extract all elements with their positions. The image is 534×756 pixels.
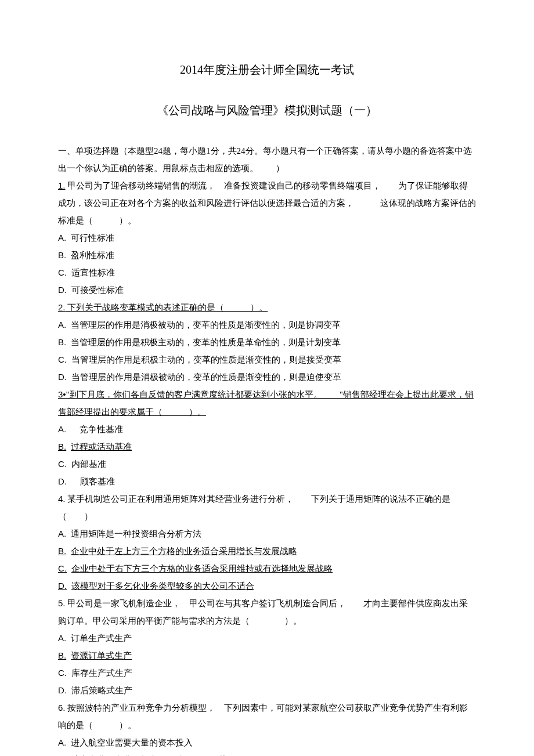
- q2-option-b: B.当管理层的作用是积极主动的，变革的性质是革命性的，则是计划变革: [58, 334, 476, 351]
- q4-option-b: B.企业中处于左上方三个方格的业务适合采用增长与发展战略: [58, 542, 476, 560]
- q2-number: 2.: [58, 302, 66, 312]
- exam-title-line2: 《公司战略与风险管理》模拟测试题（一）: [58, 99, 476, 122]
- q5-option-b: B.资源订单式生产: [58, 647, 476, 664]
- q6-option-a: A.进入航空业需要大量的资本投入: [58, 734, 476, 751]
- q2-option-d: D.当管理层的作用是消极被动的，变革的性质是渐变性的，则是迫使变革: [58, 368, 476, 386]
- q1-number: 1.: [58, 180, 66, 190]
- q3-stem: "到下月底，你们各自反馈的客户满意度统计都要达到小张的水平。 "销售部经理在会上…: [58, 390, 474, 417]
- question-4: 4. 某手机制造公司正在利用通用矩阵对其经营业务进行分析， 下列关于通用矩阵的说…: [58, 490, 476, 595]
- q5-option-c: C.库存生产式生产: [58, 664, 476, 682]
- q6-stem: 按照波特的产业五种竞争力分析模型， 下列因素中，可能对某家航空公司获取产业竞争优…: [58, 703, 468, 730]
- q1-option-d: D.可接受性标准: [58, 281, 476, 299]
- question-6: 6. 按照波特的产业五种竞争力分析模型， 下列因素中，可能对某家航空公司获取产业…: [58, 699, 476, 756]
- q5-option-a: A.订单生产式生产: [58, 630, 476, 647]
- q4-option-a: A.通用矩阵是一种投资组合分析方法: [58, 525, 476, 542]
- q1-stem: 甲公司为了迎合移动终端销售的潮流， 准备投资建设自己的移动零售终端项目， 为了保…: [58, 181, 476, 225]
- q6-number: 6.: [58, 703, 66, 712]
- q3-number: 3•: [58, 389, 66, 399]
- q3-option-a: A. 竞争性基准: [58, 421, 476, 438]
- question-1: 1. 甲公司为了迎合移动终端销售的潮流， 准备投资建设自己的移动零售终端项目， …: [58, 177, 476, 299]
- q1-option-a: A.可行性标准: [58, 229, 476, 247]
- q4-option-c: C.企业中处于右下方三个方格的业务适合采用维持或有选择地发展战略: [58, 560, 476, 577]
- question-5: 5. 甲公司是一家飞机制造企业， 甲公司在与其客户签订飞机制造合同后， 才向主要…: [58, 595, 476, 699]
- q3-option-b: B.过程或活动基准: [58, 438, 476, 455]
- q4-option-d: D.该模型对于多乞化业务类型较多的大公司不适合: [58, 577, 476, 595]
- q4-stem: 某手机制造公司正在利用通用矩阵对其经营业务进行分析， 下列关于通用矩阵的说法不正…: [58, 494, 450, 521]
- question-2: 2. 下列关于战略变革模式的表述正确的是（ ）。 A.当管理层的作用是消极被动的…: [58, 299, 476, 386]
- q2-option-a: A.当管理层的作用是消极被动的，变革的性质是渐变性的，则是协调变革: [58, 316, 476, 334]
- q5-stem: 甲公司是一家飞机制造企业， 甲公司在与其客户签订飞机制造合同后， 才向主要部件供…: [58, 599, 468, 625]
- q1-option-b: B.盈利性标准: [58, 247, 476, 264]
- q4-number: 4.: [58, 494, 66, 504]
- q2-option-c: C.当管理层的作用是积极主动的，变革的性质是渐变性的，则是接受变革: [58, 351, 476, 368]
- q2-stem: 下列关于战略变革模式的表述正确的是（ ）。: [66, 303, 268, 312]
- exam-title-line1: 2014年度注册会计师全国统一考试: [58, 58, 476, 81]
- q3-option-c: C.内部基准: [58, 455, 476, 473]
- q1-option-c: C.适宜性标准: [58, 264, 476, 281]
- q3-option-d: D. 顾客基准: [58, 473, 476, 490]
- q5-number: 5.: [58, 598, 66, 608]
- q6-option-b: B.航空产业的产业增长率开始处于下降趋势: [58, 751, 476, 756]
- section-header: 一、单项选择题（本题型24题，每小题1分，共24分。每小题只有一个正确答案，请从…: [58, 142, 476, 177]
- question-3: 3•"到下月底，你们各自反馈的客户满意度统计都要达到小张的水平。 "销售部经理在…: [58, 386, 476, 490]
- q5-option-d: D.滞后策略式生产: [58, 682, 476, 699]
